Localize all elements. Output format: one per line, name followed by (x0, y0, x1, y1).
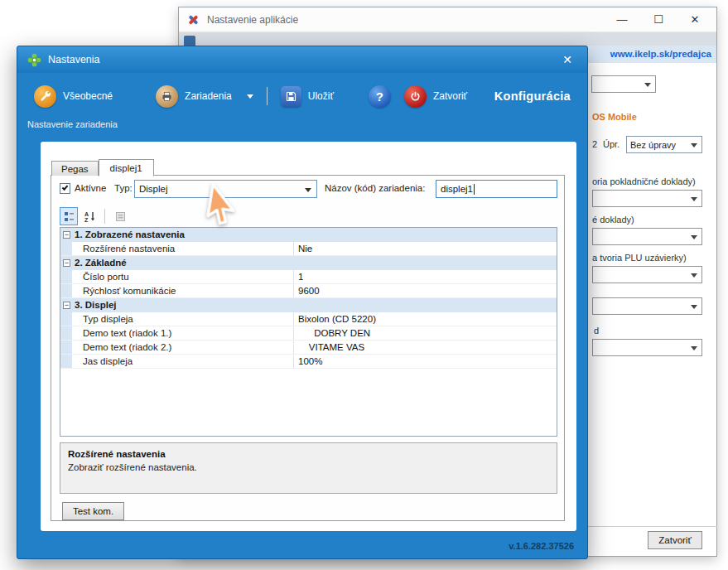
label-fragment-1: oria pokladničné doklady) (592, 176, 696, 186)
property-name: Typ displeja (72, 312, 294, 326)
fg-titlebar[interactable]: Nastavenia ✕ (17, 46, 587, 73)
bg-titlebar[interactable]: Nastavenie aplikácie — ☐ ✕ (179, 7, 716, 32)
dropdown-4[interactable] (592, 297, 702, 315)
category-label: 1. Zobrazené nastavenia (75, 228, 185, 242)
categorized-icon (64, 211, 75, 222)
propertygrid-toolbar: A Z (60, 207, 129, 225)
zatvorit-button[interactable]: Zatvoriť (404, 85, 467, 108)
help-title: Rozšírené nastavenia (68, 449, 549, 459)
category-indent (60, 312, 72, 326)
category-label: 3. Displej (75, 298, 117, 312)
property-row[interactable]: Jas displeja 100% (60, 355, 557, 369)
svg-text:Z: Z (84, 217, 89, 223)
property-help-panel: Rozšírené nastavenia Zobraziť rozšírené … (60, 442, 557, 494)
mode-label: Konfigurácia (494, 89, 571, 103)
alphabetical-sort-button[interactable]: A Z (80, 207, 99, 225)
vseobecne-button[interactable]: Všeobecné (34, 85, 113, 108)
device-name-label: Názov (kód) zariadenia: (325, 183, 425, 193)
save-icon (281, 86, 301, 107)
dropdown-1[interactable] (592, 190, 702, 207)
bottom-separator (571, 526, 717, 527)
power-icon (404, 85, 427, 108)
device-icon (156, 85, 178, 108)
collapse-icon[interactable]: − (63, 259, 70, 267)
tab-page: Aktívne Typ: Displej Názov (kód) zariade… (51, 175, 565, 521)
upr-label: Úpr. (603, 139, 620, 149)
test-kom-button[interactable]: Test kom. (62, 502, 124, 520)
maximize-icon[interactable]: ☐ (640, 8, 677, 31)
property-value: 9600 (294, 284, 557, 297)
type-dropdown-value: Displej (139, 184, 168, 194)
website-link[interactable]: www.ikelp.sk/predajca (571, 46, 716, 63)
chevron-down-icon[interactable] (247, 94, 253, 99)
property-row[interactable]: Číslo portu 1 (60, 270, 557, 284)
toolbar-separator (104, 209, 105, 224)
aktivne-checkbox[interactable] (60, 183, 70, 194)
device-name-input[interactable]: displej1 (436, 180, 557, 198)
property-pages-button[interactable] (111, 207, 129, 225)
chevron-down-icon (691, 235, 697, 239)
az-sort-icon: A Z (84, 210, 95, 222)
subtitle: Nastavenie zariadenia (27, 119, 118, 129)
minimize-icon[interactable]: — (604, 8, 640, 31)
ulozit-button[interactable]: Uložiť (281, 86, 334, 107)
typ-label: Typ: (114, 183, 133, 193)
dropdown-5[interactable] (592, 339, 702, 356)
zatvorit-label: Zatvoriť (433, 90, 467, 102)
property-value: 100% (294, 355, 557, 368)
vseobecne-label: Všeobecné (63, 90, 113, 102)
property-value: Bixolon (CD 5220) (294, 312, 557, 326)
category-label: 2. Základné (75, 256, 127, 270)
ulozit-label: Uložiť (308, 90, 334, 102)
wrench-icon (34, 85, 56, 108)
zariadenia-button[interactable]: Zariadenia (156, 85, 253, 108)
category-row[interactable]: − 3. Displej (60, 298, 557, 312)
dropdown-3[interactable] (592, 266, 702, 283)
dropdown-upravy[interactable]: Bez úpravy (626, 136, 702, 153)
category-row[interactable]: − 1. Zobrazené nastavenia (60, 228, 557, 242)
chevron-down-icon (691, 305, 697, 309)
categorized-view-button[interactable] (60, 207, 78, 225)
property-name: Demo text (riadok 1.) (72, 326, 294, 340)
collapse-icon[interactable]: − (63, 302, 70, 309)
property-row[interactable]: Typ displeja Bixolon (CD 5220) (60, 312, 557, 326)
text-caret (474, 184, 475, 195)
tab-pegas[interactable]: Pegas (51, 161, 99, 176)
fg-toolbar: Všeobecné Zariadenia (17, 73, 587, 119)
dropdown-top[interactable] (591, 75, 656, 93)
category-indent (60, 341, 72, 354)
property-row[interactable]: Demo text (riadok 2.) VITAME VAS (60, 341, 557, 355)
property-name: Rozšírené nastavenia (72, 242, 294, 255)
chevron-down-icon (305, 188, 311, 192)
toolbar-separator (267, 87, 268, 105)
upr-value: 2 (592, 139, 597, 149)
tab-strip: Pegas displej1 (51, 158, 154, 176)
property-name: Číslo portu (72, 270, 294, 283)
category-indent (60, 284, 72, 297)
property-name: Demo text (riadok 2.) (72, 341, 294, 354)
svg-text:A: A (84, 211, 89, 217)
label-fragment-3: a tvoria PLU uzávierky) (592, 253, 687, 263)
property-row[interactable]: Rýchlosť komunikácie 9600 (60, 284, 557, 298)
help-button[interactable]: ? (369, 85, 391, 108)
property-row[interactable]: Demo text (riadok 1.) DOBRY DEN (60, 326, 557, 341)
chevron-down-icon (691, 273, 697, 278)
dropdown-upravy-value: Bez úpravy (630, 140, 676, 150)
help-description: Zobraziť rozšírené nastavenia. (68, 462, 549, 472)
property-value: Nie (294, 242, 557, 255)
close-icon[interactable]: ✕ (557, 53, 577, 66)
category-row[interactable]: − 2. Základné (60, 256, 557, 270)
property-name: Jas displeja (72, 355, 294, 368)
tab-displej1[interactable]: displej1 (99, 159, 154, 176)
collapse-icon[interactable]: − (63, 231, 70, 239)
close-icon[interactable]: ✕ (677, 8, 713, 31)
zatvorit-button-bg[interactable]: Zatvoriť (648, 531, 702, 549)
label-fragment-4: d (594, 326, 599, 336)
chevron-down-icon (691, 346, 697, 350)
content-panel: Pegas displej1 Aktívne Typ: Displej Názo… (41, 142, 576, 531)
dropdown-2[interactable] (592, 228, 702, 245)
app-icon (27, 53, 41, 67)
property-grid: − 1. Zobrazené nastavenia Rozšírené nast… (60, 227, 557, 437)
property-row[interactable]: Rozšírené nastavenia Nie (60, 242, 557, 256)
category-indent (60, 326, 72, 340)
